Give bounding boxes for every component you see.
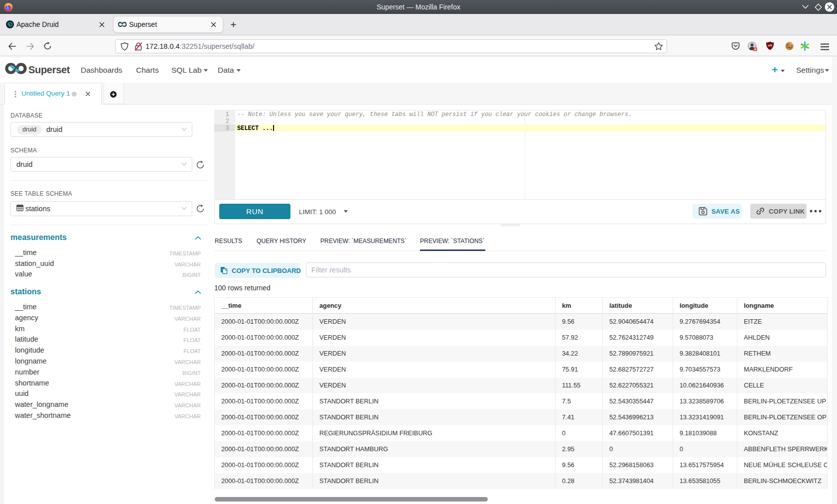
- svg-text:uO: uO: [768, 44, 772, 47]
